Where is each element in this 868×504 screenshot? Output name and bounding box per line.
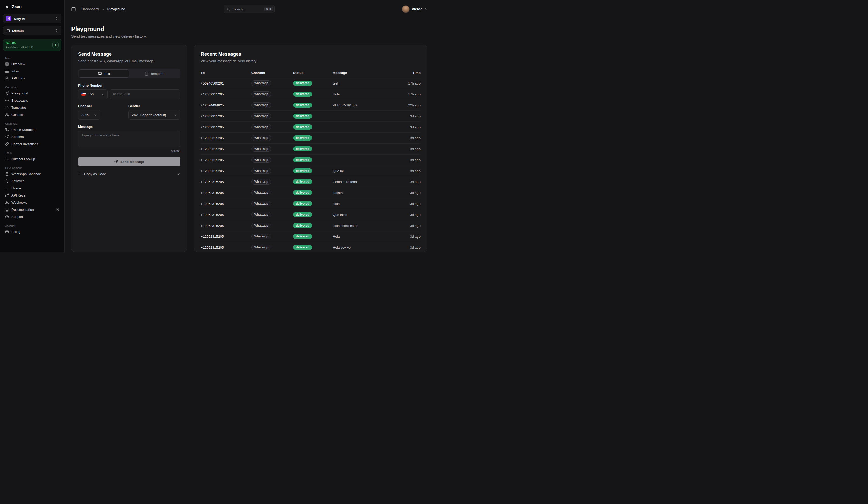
sidebar-item-playground[interactable]: Playground [3, 90, 61, 97]
tab-text[interactable]: Text [79, 70, 129, 78]
user-menu[interactable]: Victor [402, 6, 427, 13]
cell-to: +12062315205 [201, 209, 251, 220]
table-row[interactable]: +12062315205WhatsappdeliveredTacata3d ag… [201, 187, 421, 198]
folder-icon [6, 29, 10, 33]
sidebar-item-activities[interactable]: Activities [3, 178, 61, 184]
status-badge: delivered [293, 103, 312, 108]
page-title: Playground [71, 26, 427, 33]
sidebar-item-senders[interactable]: Senders [3, 133, 61, 140]
table-row[interactable]: +12062315205Whatsappdelivered3d ago [201, 122, 421, 133]
flask-icon [5, 172, 9, 176]
tab-template[interactable]: Template [129, 70, 179, 78]
section-title: Account [5, 224, 59, 227]
table-row[interactable]: +56940560201Whatsappdeliveredtest17h ago [201, 78, 421, 89]
table-row[interactable]: +12062315205WhatsappdeliveredCómo está t… [201, 177, 421, 187]
org-select[interactable]: N Nely AI [3, 14, 61, 23]
sidebar-item-partner-invitations[interactable]: Partner Invitations [3, 141, 61, 148]
sidebar-item-broadcasts[interactable]: Broadcasts [3, 97, 61, 104]
cell-to: +12062315205 [201, 177, 251, 187]
channel-badge: Whatsapp [251, 245, 271, 250]
send-message-button[interactable]: Send Message [78, 157, 180, 167]
table-row[interactable]: +12062315205WhatsappdeliveredHola3d ago [201, 231, 421, 242]
message-square-icon [98, 72, 102, 75]
table-row[interactable]: +12062315205Whatsappdelivered3d ago [201, 154, 421, 165]
sidebar-item-number-lookup[interactable]: Number Lookup [3, 155, 61, 162]
cell-time: 3d ago [388, 143, 421, 154]
cell-message: Hola [332, 198, 388, 209]
sidebar-item-documentation[interactable]: Documentation [3, 206, 61, 213]
credit-card-icon [5, 230, 9, 234]
send-message-card: Send Message Send a test SMS, WhatsApp, … [71, 44, 187, 252]
sidebar-item-label: API Logs [11, 77, 25, 80]
cell-message: Hola [332, 231, 388, 242]
breadcrumb-dashboard[interactable]: Dashboard [81, 7, 99, 11]
channel-select[interactable]: Auto [78, 110, 101, 120]
table-row[interactable]: +12062315205WhatsappdeliveredQue talco3d… [201, 209, 421, 220]
sidebar-item-phone-numbers[interactable]: Phone Numbers [3, 126, 61, 133]
sidebar-item-whatsapp-sandbox[interactable]: WhatsApp Sandbox [3, 171, 61, 178]
status-badge: delivered [293, 201, 312, 206]
table-row[interactable]: +12062315205Whatsappdelivered3d ago [201, 111, 421, 122]
sidebar-item-contacts[interactable]: Contacts [3, 111, 61, 118]
status-badge: delivered [293, 223, 312, 228]
cell-to: +12062315205 [201, 111, 251, 122]
add-credit-button[interactable] [52, 42, 59, 48]
sidebar: Zavu N Nely AI Default $22.85 Available … [0, 0, 65, 252]
table-row[interactable]: +12062315205WhatsappdeliveredHola cómo e… [201, 220, 421, 231]
channel-badge: Whatsapp [251, 146, 271, 152]
sidebar-item-usage[interactable]: Usage [3, 185, 61, 192]
cell-to: +12062315205 [201, 122, 251, 133]
column-header-status: Status [293, 68, 333, 78]
cell-message: Hola [332, 89, 388, 100]
cell-to: +12062315205 [201, 89, 251, 100]
nav-section-account: AccountBilling [3, 224, 61, 235]
cell-to: +56940560201 [201, 78, 251, 89]
table-row[interactable]: +12062315205WhatsappdeliveredHola soy yo… [201, 242, 421, 252]
sidebar-item-api-keys[interactable]: API Keys [3, 192, 61, 199]
sidebar-item-label: Contacts [11, 113, 24, 117]
copy-as-code-label: Copy as Code [84, 172, 106, 176]
section-title: Outbound [5, 86, 59, 89]
cell-to: +12024494825 [201, 100, 251, 111]
table-row[interactable]: +12062315205Whatsappdelivered3d ago [201, 143, 421, 154]
navigation-icon [5, 135, 9, 139]
sidebar-item-overview[interactable]: Overview [3, 61, 61, 68]
sidebar-item-api-logs[interactable]: API Logs [3, 75, 61, 82]
sidebar-item-billing[interactable]: Billing [3, 228, 61, 235]
cell-to: +12062315205 [201, 165, 251, 177]
search-input[interactable]: Search... ⌘ K [224, 5, 275, 13]
cell-message [332, 154, 388, 165]
cell-message: Que talco [332, 209, 388, 220]
sidebar-item-templates[interactable]: Templates [3, 104, 61, 111]
cell-time: 3d ago [388, 187, 421, 198]
app-logo[interactable]: Zavu [3, 3, 61, 14]
table-header-row: ToChannelStatusMessageTime [201, 68, 421, 78]
status-badge: delivered [293, 92, 312, 97]
copy-as-code-toggle[interactable]: Copy as Code [78, 172, 180, 176]
nav-section-outbound: OutboundPlaygroundBroadcastsTemplatesCon… [3, 86, 61, 118]
avatar [402, 6, 410, 13]
cell-message [332, 133, 388, 143]
table-row[interactable]: +12024494825WhatsappdeliveredVERIFY-4915… [201, 100, 421, 111]
sidebar-item-webhooks[interactable]: Webhooks [3, 199, 61, 206]
sender-select[interactable]: Zavu Soporte (default) [128, 110, 180, 120]
table-row[interactable]: +12062315205WhatsappdeliveredQue tal3d a… [201, 165, 421, 177]
sidebar-item-label: Billing [11, 230, 20, 234]
cell-to: +12062315205 [201, 231, 251, 242]
project-select[interactable]: Default [3, 26, 61, 36]
cell-message: Tacata [332, 187, 388, 198]
search-icon [227, 7, 230, 11]
cell-time: 3d ago [388, 177, 421, 187]
table-row[interactable]: +12062315205Whatsappdelivered3d ago [201, 133, 421, 143]
sidebar-item-support[interactable]: Support [3, 213, 61, 220]
cell-to: +12062315205 [201, 143, 251, 154]
cell-time: 3d ago [388, 154, 421, 165]
sidebar-toggle-button[interactable] [71, 7, 76, 11]
cell-message [332, 122, 388, 133]
phone-number-input[interactable] [110, 89, 180, 99]
message-input[interactable] [78, 131, 180, 147]
table-row[interactable]: +12062315205WhatsappdeliveredHola17h ago [201, 89, 421, 100]
sidebar-item-inbox[interactable]: Inbox [3, 68, 61, 74]
table-row[interactable]: +12062315205WhatsappdeliveredHola3d ago [201, 198, 421, 209]
country-code-select[interactable]: ★ +56 [78, 89, 107, 99]
